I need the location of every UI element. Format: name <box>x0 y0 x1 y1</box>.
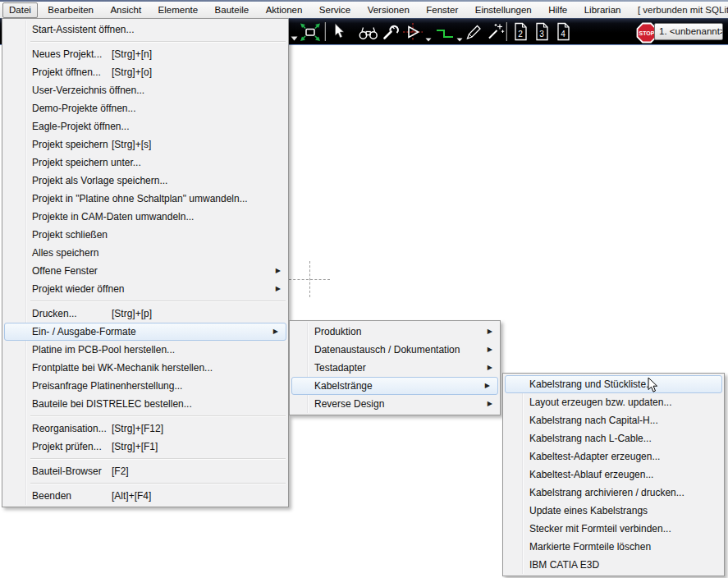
probe-dropdown-caret-icon[interactable] <box>425 30 432 45</box>
menu-item-preisanfrage[interactable]: Preisanfrage Platinenherstellung... <box>2 377 288 395</box>
page-4-button[interactable]: 4 <box>556 22 570 44</box>
simulation-probe-icon[interactable] <box>402 22 424 45</box>
menu-item-ein-ausgabe-formate[interactable]: Ein- / Ausgabe-Formate▶ <box>4 323 286 341</box>
draw-pencil-icon[interactable] <box>465 23 483 44</box>
menu-item-produktion[interactable]: Produktion▶ <box>290 323 500 341</box>
menu-item-projekte-cam-daten[interactable]: Projekte in CAM-Daten umwandeln... <box>2 208 288 226</box>
toolbar-separator <box>506 22 507 41</box>
db-connection-status: [ verbunden mit SQLite-Datenbank <box>631 2 728 18</box>
menu-item-projekt-umwandeln[interactable]: Projekt in "Platine ohne Schaltplan" umw… <box>2 190 288 208</box>
crosshair-cursor <box>309 261 310 297</box>
submenu-arrow-icon: ▶ <box>273 323 278 340</box>
menu-item-update-kabelstrang[interactable]: Update eines Kabelstrangs <box>503 502 724 520</box>
menu-item-wk-mechanik[interactable]: Frontplatte bei WK-Mechanik herstellen..… <box>2 359 288 377</box>
menu-separator <box>2 480 288 487</box>
menubar-item-einstellungen[interactable]: Einstellungen <box>469 2 538 18</box>
menubar-item-elemente[interactable]: Elemente <box>152 2 205 18</box>
menu-item-projekt-wieder-oeffnen[interactable]: Projekt wieder öffnen▶ <box>2 280 288 298</box>
menu-item-projekt-pruefen[interactable]: Projekt prüfen...[Strg]+[F1] <box>2 438 288 456</box>
page-2-button[interactable]: 2 <box>514 22 528 44</box>
menu-item-kabeltest-adapter[interactable]: Kabeltest-Adapter erzeugen... <box>503 447 724 466</box>
menu-item-stecker-formteil[interactable]: Stecker mit Formteil verbinden... <box>503 520 724 538</box>
menu-item-testadapter[interactable]: Testadapter▶ <box>290 359 500 377</box>
menu-item-formteile-loeschen[interactable]: Markierte Formteile löschen <box>503 538 724 556</box>
ein-ausgabe-formate-submenu: Produktion▶ Datenaustausch / Dokumentati… <box>289 320 501 415</box>
menu-item-drucken[interactable]: Drucken...[Strg]+[p] <box>2 305 288 323</box>
app-window: Datei Bearbeiten Ansicht Elemente Bautei… <box>0 0 728 578</box>
menubar: Datei Bearbeiten Ansicht Elemente Bautei… <box>0 2 728 18</box>
signal-dropdown-caret-icon[interactable] <box>456 30 463 45</box>
menubar-item-service[interactable]: Service <box>313 2 357 18</box>
menubar-item-hilfe[interactable]: Hilfe <box>542 2 574 18</box>
menu-item-beenden[interactable]: Beenden[Alt]+[F4] <box>2 487 288 505</box>
dropdown-caret-icon[interactable] <box>291 30 298 44</box>
page-selector[interactable]: 1. <unbenannt> <box>654 23 723 40</box>
menu-item-bauteil-browser[interactable]: Bauteil-Browser[F2] <box>2 462 288 480</box>
menu-item-pcb-pool[interactable]: Platine im PCB-Pool herstellen... <box>2 341 288 359</box>
kabelstraenge-submenu: Kabelstrang und Stückliste... Layout erz… <box>502 373 725 576</box>
menu-item-kabelstrang-l-cable[interactable]: Kabelstrang nach L-Cable... <box>503 429 724 447</box>
menu-item-distrelec[interactable]: Bauteile bei DISTRELEC bestellen... <box>2 395 288 413</box>
menu-item-reverse-design[interactable]: Reverse Design▶ <box>290 395 500 413</box>
selection-cursor-icon[interactable] <box>334 23 346 43</box>
page-3-button[interactable]: 3 <box>535 22 549 44</box>
page-3-number: 3 <box>539 30 544 39</box>
menu-item-neues-projekt[interactable]: Neues Projekt...[Strg]+[n] <box>2 45 288 63</box>
menu-item-user-verzeichnis[interactable]: User-Verzeichnis öffnen... <box>2 81 288 99</box>
menu-item-demo-projekte[interactable]: Demo-Projekte öffnen... <box>2 99 288 117</box>
menu-separator <box>2 298 288 305</box>
menu-item-kabelstraenge[interactable]: Kabelstränge▶ <box>291 377 498 395</box>
menu-item-kabeltest-ablauf[interactable]: Kabeltest-Ablauf erzeugen... <box>503 466 724 484</box>
menubar-item-librarian[interactable]: Librarian <box>578 2 628 18</box>
menubar-item-aktionen[interactable]: Aktionen <box>259 2 309 18</box>
menubar-item-datei[interactable]: Datei <box>2 2 38 18</box>
menu-item-eagle-projekt[interactable]: Eagle-Projekt öffnen... <box>2 117 288 135</box>
submenu-arrow-icon: ▶ <box>276 280 281 298</box>
menu-item-reorganisation[interactable]: Reorganisation...[Strg]+[F12] <box>2 420 288 438</box>
menu-separator <box>2 413 288 420</box>
page-4-number: 4 <box>561 30 565 39</box>
menu-item-projekt-speichern-unter[interactable]: Projekt speichern unter... <box>2 154 288 172</box>
submenu-arrow-icon: ▶ <box>488 359 492 377</box>
zoom-to-fit-icon[interactable] <box>300 22 321 45</box>
submenu-arrow-icon: ▶ <box>488 323 492 341</box>
menu-item-projekt-oeffnen[interactable]: Projekt öffnen...[Strg]+[o] <box>2 63 288 81</box>
search-binoculars-icon[interactable] <box>359 25 378 44</box>
submenu-arrow-icon: ▶ <box>276 262 281 280</box>
datei-menu: Start-Assistent öffnen... Neues Projekt.… <box>2 18 289 507</box>
menu-item-projekt-schliessen[interactable]: Projekt schließen <box>2 226 288 244</box>
signal-step-icon[interactable] <box>435 25 455 44</box>
stop-label: STOP <box>639 30 655 36</box>
menu-item-ibm-catia-e3d[interactable]: IBM CATIA E3D <box>503 556 724 574</box>
menubar-item-versionen[interactable]: Versionen <box>361 2 416 18</box>
menu-item-projekt-als-vorlage[interactable]: Projekt als Vorlage speichern... <box>2 172 288 190</box>
magic-wand-icon[interactable] <box>487 23 505 44</box>
menu-item-start-assistent[interactable]: Start-Assistent öffnen... <box>2 21 288 39</box>
menu-item-kabelstrang-capital-h[interactable]: Kabelstrang nach Capital-H... <box>503 411 724 429</box>
submenu-arrow-icon: ▶ <box>485 378 490 394</box>
submenu-arrow-icon: ▶ <box>488 341 492 359</box>
menu-item-layout-erzeugen[interactable]: Layout erzeugen bzw. updaten... <box>503 393 724 411</box>
menu-item-alles-speichern[interactable]: Alles speichern <box>2 244 288 262</box>
menu-separator <box>2 456 288 462</box>
toolbar-separator <box>325 22 326 41</box>
page-2-number: 2 <box>518 30 523 39</box>
menu-item-offene-fenster[interactable]: Offene Fenster▶ <box>2 262 288 280</box>
mouse-cursor-icon <box>648 377 659 397</box>
menu-item-datenaustausch[interactable]: Datenaustausch / Dokumentation▶ <box>290 341 500 359</box>
menu-item-kabelstrang-archivieren[interactable]: Kabelstrang archivieren / drucken... <box>503 484 724 502</box>
menubar-item-bearbeiten[interactable]: Bearbeiten <box>41 2 100 18</box>
menu-separator <box>2 39 288 45</box>
menu-item-projekt-speichern[interactable]: Projekt speichern[Strg]+[s] <box>2 135 288 154</box>
menubar-item-bauteile[interactable]: Bauteile <box>208 2 256 18</box>
menu-item-kabelstrang-stueckliste[interactable]: Kabelstrang und Stückliste... <box>505 375 722 393</box>
menubar-item-fenster[interactable]: Fenster <box>419 2 465 18</box>
menubar-item-ansicht[interactable]: Ansicht <box>103 2 148 18</box>
tools-wrench-icon[interactable] <box>382 23 400 44</box>
submenu-arrow-icon: ▶ <box>488 395 492 413</box>
